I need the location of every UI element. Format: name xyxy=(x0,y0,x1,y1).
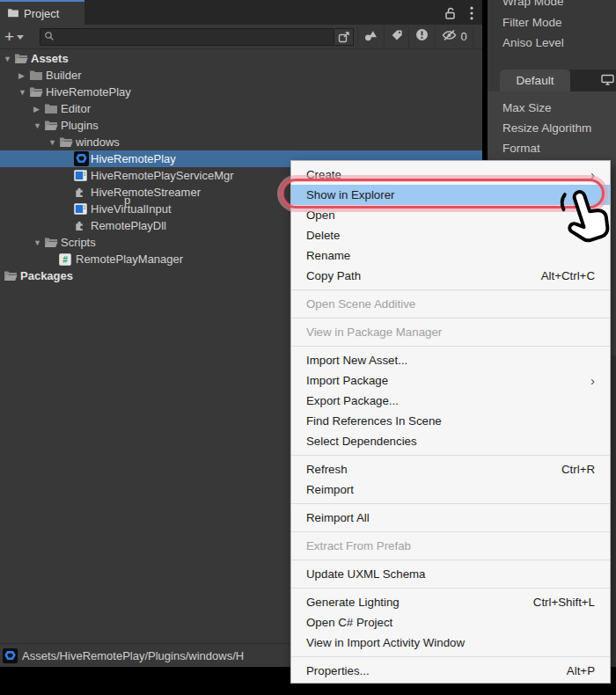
selected-asset-path: Assets/HiveRemotePlay/Plugins/windows/H xyxy=(22,649,244,662)
tree-item-plugins[interactable]: ▼Plugins xyxy=(0,117,482,134)
menu-separator xyxy=(291,503,610,504)
menu-separator xyxy=(291,346,610,347)
menu-item-find-references-in-scene[interactable]: Find References In Scene xyxy=(291,411,610,431)
exclamation-circle-icon xyxy=(415,28,429,45)
foldout-collapsed-icon[interactable]: ▶ xyxy=(18,71,29,80)
inspector-label-filter-mode: Filter Mode xyxy=(502,16,562,29)
menu-item-refresh[interactable]: RefreshCtrl+R xyxy=(291,459,610,479)
menu-item-label: Import Package xyxy=(306,374,388,387)
tab-bar: Project xyxy=(0,0,482,25)
menu-item-import-new-asset[interactable]: Import New Asset... xyxy=(291,350,610,370)
inspector-label-format: Format xyxy=(502,142,540,155)
tab-default[interactable]: Default xyxy=(500,70,570,91)
menu-item-label: View in Package Manager xyxy=(306,326,442,339)
tree-item-label: Editor xyxy=(60,102,91,115)
search-input[interactable] xyxy=(55,31,330,43)
search-box[interactable] xyxy=(40,28,334,46)
tag-icon xyxy=(391,29,403,45)
inspector-edge-text: p xyxy=(124,194,130,207)
tree-item-label: windows xyxy=(75,135,120,149)
dll-puzzle-icon xyxy=(74,220,90,231)
menu-item-label: Extract From Prefab xyxy=(306,539,411,552)
foldout-expanded-icon[interactable]: ▼ xyxy=(48,138,59,147)
tab-project[interactable]: Project xyxy=(0,0,84,25)
menu-item-label: Find References In Scene xyxy=(306,414,442,428)
menu-item-label: View in Import Activity Window xyxy=(306,636,465,649)
menu-item-label: Import New Asset... xyxy=(306,354,407,367)
tree-item-label: HiveRemoteStreamer xyxy=(90,186,201,199)
tree-item-editor[interactable]: ▶Editor xyxy=(0,100,482,117)
tree-item-builder[interactable]: ▶Builder xyxy=(0,67,482,84)
menu-item-extract-from-prefab[interactable]: Extract From Prefab xyxy=(291,536,610,556)
tree-item-label: Scripts xyxy=(60,236,96,249)
menu-item-open-c-project[interactable]: Open C# Project xyxy=(291,612,610,633)
hive-logo-icon xyxy=(3,648,18,663)
menu-item-label: Properties... xyxy=(306,664,370,677)
menu-item-generate-lighting[interactable]: Generate LightingCtrl+Shift+L xyxy=(291,592,610,612)
menu-item-select-dependencies[interactable]: Select Dependencies xyxy=(291,431,610,451)
exe-file-icon xyxy=(74,170,90,181)
tree-item-label: HiveVirtualInput xyxy=(90,202,172,216)
menu-separator xyxy=(291,588,610,589)
folder-closed-icon xyxy=(44,103,60,114)
tab-title: Project xyxy=(24,7,59,20)
menu-item-shortcut: Alt+P xyxy=(567,664,595,677)
menu-item-view-in-package-manager[interactable]: View in Package Manager xyxy=(291,322,610,342)
filter-by-label-button[interactable] xyxy=(384,26,408,48)
inspector-label-resize-algorithm: Resize Algorithm xyxy=(502,121,591,135)
inspector-label-aniso-level: Aniso Level xyxy=(502,36,564,49)
tree-item-label: Packages xyxy=(19,269,73,282)
folder-open-icon xyxy=(14,53,30,64)
chevron-down-icon xyxy=(17,35,24,40)
open-in-search-button[interactable] xyxy=(334,28,354,46)
menu-item-view-in-import-activity-window[interactable]: View in Import Activity Window xyxy=(291,633,610,653)
menu-separator xyxy=(291,455,610,456)
kebab-menu-icon[interactable] xyxy=(470,6,473,24)
menu-item-copy-path[interactable]: Copy PathAlt+Ctrl+C xyxy=(291,266,610,286)
submenu-arrow-icon: › xyxy=(590,374,595,387)
csharp-script-icon: # xyxy=(59,253,75,266)
menu-item-label: Open Scene Additive xyxy=(306,297,415,311)
menu-item-label: Open C# Project xyxy=(306,616,392,629)
menu-item-import-package[interactable]: Import Package› xyxy=(291,370,610,391)
foldout-expanded-icon[interactable]: ▼ xyxy=(4,55,14,63)
menu-item-label: Delete xyxy=(306,229,340,242)
hidden-packages-button[interactable]: 0 xyxy=(435,26,473,48)
menu-item-reimport[interactable]: Reimport xyxy=(291,479,610,500)
menu-item-properties[interactable]: Properties...Alt+P xyxy=(291,661,610,681)
foldout-collapsed-icon[interactable]: ▶ xyxy=(33,105,44,113)
filter-by-type-button[interactable] xyxy=(357,26,384,48)
create-asset-button[interactable]: + xyxy=(4,30,40,44)
menu-item-label: Open xyxy=(306,208,335,222)
menu-item-label: Rename xyxy=(306,249,350,262)
folder-open-icon xyxy=(44,237,60,248)
platform-tab-strip xyxy=(570,70,616,91)
menu-item-update-uxml-schema[interactable]: Update UXML Schema xyxy=(291,564,610,584)
tree-item-hiveremoteplay[interactable]: ▼HiveRemotePlay xyxy=(0,84,482,100)
foldout-expanded-icon[interactable]: ▼ xyxy=(18,88,29,97)
folder-open-icon xyxy=(59,136,75,148)
menu-item-label: Update UXML Schema xyxy=(306,567,426,581)
menu-item-reimport-all[interactable]: Reimport All xyxy=(291,508,610,528)
inspector-label-max-size: Max Size xyxy=(502,101,552,114)
foldout-expanded-icon[interactable]: ▼ xyxy=(33,121,44,130)
unlock-icon[interactable] xyxy=(444,7,456,23)
menu-item-open-scene-additive[interactable]: Open Scene Additive xyxy=(291,294,610,314)
exe-file-icon xyxy=(74,203,90,215)
inspector-label-wrap-mode: Wrap Mode xyxy=(502,0,564,8)
menu-item-export-package[interactable]: Export Package... xyxy=(291,391,610,411)
folder-open-icon xyxy=(29,86,45,98)
tree-item-assets[interactable]: ▼Assets xyxy=(0,50,482,67)
folder-open-icon xyxy=(4,270,19,282)
foldout-expanded-icon[interactable]: ▼ xyxy=(33,238,44,247)
menu-separator xyxy=(291,318,610,318)
tree-item-windows[interactable]: ▼windows xyxy=(0,134,482,150)
monitor-icon[interactable] xyxy=(601,73,614,89)
menu-item-rename[interactable]: Rename xyxy=(291,245,610,266)
plus-icon: + xyxy=(4,30,14,44)
tree-item-label: HiveRemotePlay xyxy=(90,152,176,165)
import-log-button[interactable] xyxy=(408,26,435,48)
folder-tab-icon xyxy=(7,7,19,20)
menu-item-label: Copy Path xyxy=(306,269,361,282)
menu-item-label: Reimport All xyxy=(306,511,370,524)
